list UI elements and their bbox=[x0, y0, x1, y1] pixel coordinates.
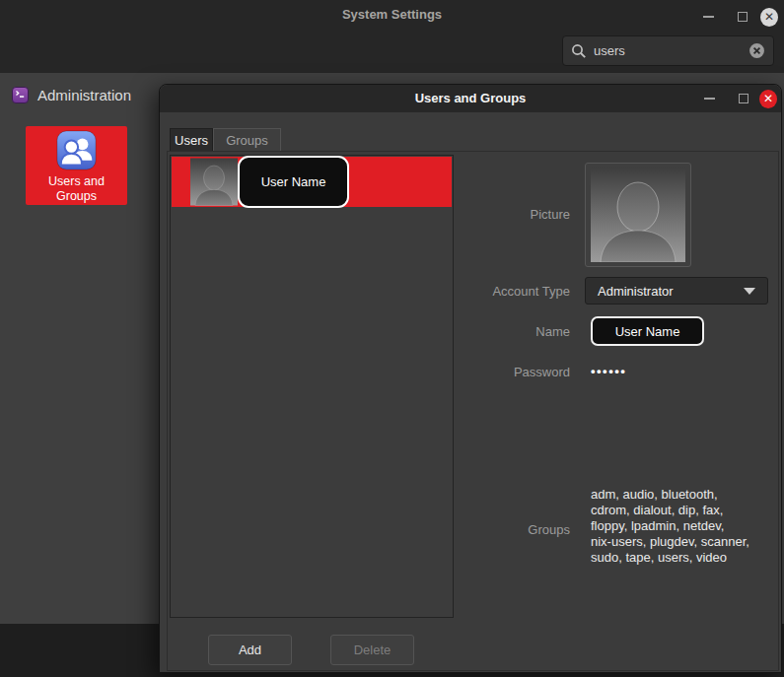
picture-label: Picture bbox=[442, 207, 570, 222]
picture-avatar bbox=[591, 168, 685, 262]
search-box[interactable] bbox=[562, 35, 774, 66]
add-button[interactable]: Add bbox=[208, 635, 292, 665]
desktop: System Settings ✕ bbox=[0, 0, 784, 677]
close-icon: ✕ bbox=[760, 8, 778, 27]
administration-icon bbox=[12, 87, 29, 103]
account-type-value: Administrator bbox=[598, 284, 744, 299]
dialog-title: Users and Groups bbox=[160, 91, 781, 105]
close-button[interactable]: ✕ bbox=[760, 8, 778, 26]
clear-search-icon[interactable] bbox=[748, 42, 765, 59]
close-icon: ✕ bbox=[759, 90, 777, 108]
user-row[interactable]: User Name bbox=[172, 157, 452, 207]
section-label: Administration bbox=[37, 87, 131, 103]
add-button-label: Add bbox=[239, 643, 261, 657]
search-icon bbox=[571, 43, 587, 59]
account-type-label: Account Type bbox=[442, 284, 570, 299]
password-value[interactable]: •••••• bbox=[591, 364, 626, 378]
minimize-icon bbox=[703, 16, 714, 18]
module-tile-users-and-groups[interactable]: Users and Groups bbox=[26, 126, 127, 205]
section-header-administration: Administration bbox=[12, 87, 131, 103]
settings-titlebar: System Settings ✕ bbox=[0, 0, 784, 73]
user-row-name-button[interactable]: User Name bbox=[238, 156, 349, 208]
groups-label: Groups bbox=[442, 522, 570, 537]
account-type-dropdown[interactable]: Administrator bbox=[585, 277, 768, 305]
maximize-icon bbox=[739, 94, 748, 103]
users-and-groups-dialog: Users and Groups ✕ Users Groups bbox=[159, 84, 782, 673]
tab-groups-label: Groups bbox=[226, 133, 268, 148]
minimize-button[interactable] bbox=[699, 8, 717, 26]
password-label: Password bbox=[442, 365, 570, 379]
tab-groups[interactable]: Groups bbox=[213, 128, 281, 152]
window-title: System Settings bbox=[0, 7, 784, 22]
picture-button[interactable] bbox=[585, 163, 691, 267]
dialog-minimize-button[interactable] bbox=[700, 90, 718, 107]
tab-users[interactable]: Users bbox=[170, 128, 213, 152]
search-input[interactable] bbox=[594, 43, 748, 58]
name-value: User Name bbox=[615, 324, 680, 339]
user-row-name-label: User Name bbox=[261, 174, 326, 189]
tile-label: Users and Groups bbox=[35, 174, 119, 204]
users-groups-icon bbox=[56, 130, 97, 170]
name-label: Name bbox=[442, 324, 570, 339]
tab-users-label: Users bbox=[175, 133, 208, 148]
user-list[interactable]: User Name bbox=[170, 155, 454, 618]
delete-button-label: Delete bbox=[354, 643, 392, 657]
maximize-button[interactable] bbox=[734, 8, 751, 26]
name-button[interactable]: User Name bbox=[591, 316, 704, 346]
dialog-titlebar: Users and Groups ✕ bbox=[160, 85, 781, 112]
user-avatar bbox=[190, 158, 238, 206]
maximize-icon bbox=[738, 12, 748, 22]
minimize-icon bbox=[704, 98, 715, 100]
chevron-down-icon bbox=[744, 288, 755, 295]
delete-button[interactable]: Delete bbox=[330, 635, 414, 665]
dialog-close-button[interactable]: ✕ bbox=[759, 90, 777, 107]
dialog-maximize-button[interactable] bbox=[735, 90, 752, 107]
groups-value[interactable]: adm, audio, bluetooth, cdrom, dialout, d… bbox=[591, 487, 784, 566]
